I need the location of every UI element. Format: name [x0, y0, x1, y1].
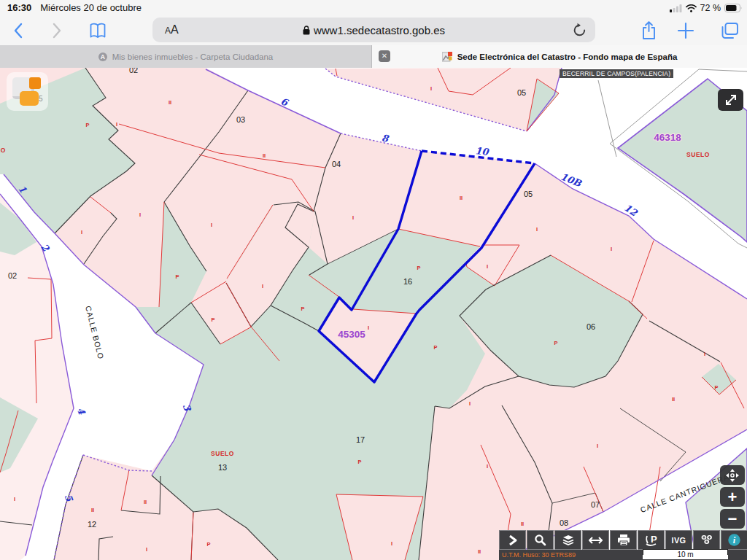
tab-sede-catastro[interactable]: ✕ Sede Electrónica del Catastro - Fondo … [372, 45, 747, 68]
map-label: 12 [88, 520, 96, 529]
pan-button[interactable] [720, 465, 745, 485]
back-button[interactable] [7, 20, 28, 41]
cascade-cubes-icon [700, 534, 714, 546]
utm-reference: U.T.M. Huso: 30 ETRS89 [502, 551, 576, 559]
url-display: www1.sedecatastro.gob.es [152, 18, 595, 42]
cascade-button[interactable] [693, 530, 720, 550]
search-icon [534, 534, 546, 546]
svg-text:P: P [651, 534, 657, 545]
map-label: I [597, 443, 598, 449]
map-label: SUELO [0, 147, 6, 154]
map-label: I [146, 546, 147, 553]
info-icon: i [727, 533, 741, 547]
map-label: 10 [475, 145, 491, 158]
map-label: I [81, 229, 82, 236]
map-label: P [175, 273, 179, 280]
map-label: II [672, 396, 675, 402]
layers-button[interactable] [554, 530, 581, 550]
tabs-overlap-icon [720, 22, 739, 39]
forward-chevron-icon [53, 23, 62, 39]
address-bar[interactable]: AA www1.sedecatastro.gob.es [152, 18, 595, 42]
tab-favicon-catastro [442, 52, 452, 62]
chevron-right-icon [508, 534, 518, 546]
tab-bar: A Mis bienes inmuebles - Carpeta Ciudada… [0, 45, 747, 68]
map-label: 05 [524, 190, 533, 198]
measure-button[interactable] [582, 530, 609, 550]
close-tab-icon[interactable]: ✕ [379, 50, 390, 62]
map-label: P [301, 306, 304, 312]
map-label: P [211, 316, 214, 323]
print-button[interactable] [610, 530, 637, 550]
forward-button[interactable] [46, 20, 68, 41]
fullscreen-button[interactable] [718, 89, 743, 111]
map-label: I [487, 463, 488, 470]
map-label: I [14, 496, 15, 502]
browser-toolbar: AA www1.sedecatastro.gob.es [0, 16, 747, 45]
cellular-signal-icon [670, 4, 682, 12]
map-label: II [460, 195, 462, 201]
wifi-icon [686, 4, 697, 12]
map-label: I [139, 211, 141, 218]
expand-arrows-icon [724, 93, 738, 106]
new-tab-button[interactable] [675, 20, 697, 41]
map-label: 46318 [654, 132, 681, 143]
scale-bar: 10 m [643, 549, 728, 559]
expand-panel-button[interactable] [499, 530, 526, 550]
street-pointer-button[interactable]: P [638, 530, 665, 550]
map-label: P [206, 541, 210, 548]
map-label: 16 [403, 277, 412, 286]
map-label: P [714, 384, 718, 391]
layers-icon [561, 534, 576, 546]
street-pointer-icon: P [644, 534, 659, 547]
layers-widget[interactable]: 5 [7, 72, 48, 111]
search-button[interactable] [527, 530, 554, 550]
municipality-label: BECERRIL DE CAMPOS(PALENCIA) [560, 69, 673, 78]
battery-icon [724, 4, 743, 12]
map-label: I [116, 121, 117, 128]
map-label: 04 [332, 160, 341, 168]
layer-blob-icon [20, 91, 39, 106]
map-label: 07 [591, 500, 600, 509]
status-right: 72 % [670, 1, 743, 15]
map-label: P [85, 122, 89, 128]
horizontal-arrows-icon [589, 537, 603, 544]
map-label: I [211, 222, 212, 228]
tab-favicon-carpeta: A [98, 52, 107, 61]
map-label: 05 [517, 88, 526, 97]
map-label: 03 [236, 115, 245, 124]
back-chevron-icon [13, 23, 23, 39]
zoom-in-button[interactable]: + [720, 487, 745, 507]
parcel-fills [0, 68, 747, 560]
url-text: www1.sedecatastro.gob.es [314, 24, 445, 36]
ivg-button[interactable]: IVG [665, 530, 692, 550]
lock-icon [303, 26, 310, 35]
map-label: I [430, 85, 432, 92]
plus-icon [677, 22, 694, 39]
tab-mis-bienes[interactable]: A Mis bienes inmuebles - Carpeta Ciudada… [0, 45, 372, 68]
bookmarks-button[interactable] [87, 20, 109, 41]
map-label: I [536, 226, 538, 233]
map-label: I [352, 214, 354, 221]
open-book-icon [89, 23, 107, 39]
reload-button[interactable] [573, 23, 587, 40]
map-label: II [169, 99, 171, 106]
share-icon [641, 21, 657, 40]
map-label: II [263, 152, 266, 159]
pan-compass-icon [725, 468, 740, 483]
layers-count: 5 [39, 95, 43, 103]
map-toolbar: P IVG i [499, 530, 747, 550]
map-label: 17 [356, 435, 365, 444]
info-button[interactable]: i [721, 530, 747, 550]
svg-text:i: i [733, 535, 736, 545]
cadastral-map[interactable]: 0202030405051617130612070812453681010B12… [0, 68, 747, 560]
map-label: I [368, 324, 369, 331]
share-button[interactable] [638, 20, 659, 41]
tab-title: Mis bienes inmuebles - Carpeta Ciudadana [112, 52, 274, 61]
status-time: 16:30 [7, 2, 31, 13]
map-label: I [262, 283, 263, 289]
map-label: 4 [75, 406, 88, 417]
map-label: P [357, 459, 361, 465]
status-date: Miércoles 20 de octubre [40, 2, 142, 13]
tabs-overview-button[interactable] [719, 20, 740, 41]
zoom-out-button[interactable]: − [720, 509, 745, 529]
